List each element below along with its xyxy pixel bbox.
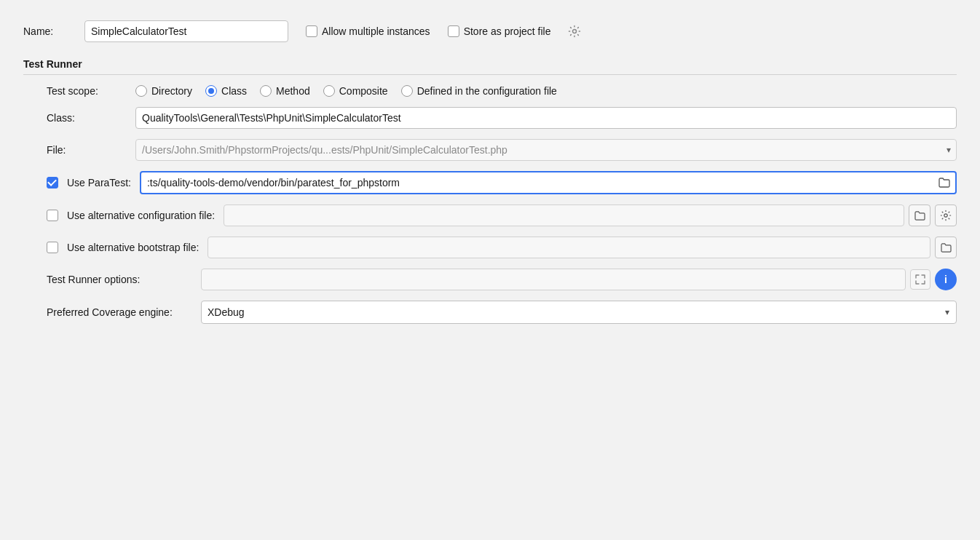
scope-config-file-radio[interactable] [401, 85, 413, 97]
scope-directory-option[interactable]: Directory [135, 85, 192, 97]
store-project-group: Store as project file [448, 25, 551, 37]
scope-class-label: Class [221, 85, 247, 97]
scope-class-radio[interactable] [205, 85, 217, 97]
test-runner-section: Test Runner Test scope: Directory Class … [23, 58, 957, 324]
coverage-engine-row: Preferred Coverage engine: XDebug PCOV N… [47, 301, 957, 324]
alt-config-input[interactable] [224, 205, 904, 226]
svg-point-1 [944, 214, 947, 217]
test-runner-options-row: Test Runner options: i [47, 269, 957, 290]
scope-config-file-label: Defined in the configuration file [417, 85, 557, 97]
paratest-folder-button[interactable] [935, 173, 954, 192]
file-field-wrap: ▾ [135, 139, 957, 161]
expand-button[interactable] [910, 269, 930, 290]
scope-directory-label: Directory [151, 85, 192, 97]
scope-composite-radio[interactable] [323, 85, 335, 97]
file-row: File: ▾ [47, 139, 957, 161]
file-label: File: [47, 144, 127, 156]
test-runner-heading: Test Runner [23, 58, 957, 75]
file-input[interactable] [135, 139, 957, 161]
scope-method-radio[interactable] [260, 85, 272, 97]
paratest-input-wrap [140, 171, 957, 194]
scope-method-label: Method [276, 85, 310, 97]
alt-config-row: Use alternative configuration file: [47, 205, 957, 226]
svg-point-0 [573, 30, 577, 33]
alt-bootstrap-label: Use alternative bootstrap file: [67, 242, 199, 253]
alt-config-checkbox[interactable] [47, 210, 58, 221]
coverage-select-wrap: XDebug PCOV None ▾ [201, 301, 957, 324]
class-row: Class: [47, 107, 957, 129]
allow-multiple-checkbox[interactable] [306, 25, 317, 37]
store-project-checkbox[interactable] [448, 25, 459, 37]
allow-multiple-label: Allow multiple instances [322, 25, 430, 37]
paratest-input[interactable] [141, 172, 935, 193]
paratest-row: Use ParaTest: [47, 171, 957, 194]
paratest-label: Use ParaTest: [67, 177, 131, 188]
scope-config-file-option[interactable]: Defined in the configuration file [401, 85, 557, 97]
alt-bootstrap-row: Use alternative bootstrap file: [47, 237, 957, 258]
name-input[interactable] [84, 20, 288, 42]
scope-composite-option[interactable]: Composite [323, 85, 388, 97]
test-runner-options-input-wrap: i [201, 269, 957, 290]
name-row: Name: Allow multiple instances Store as … [23, 20, 957, 42]
test-scope-row: Test scope: Directory Class Method Compo… [47, 85, 957, 97]
store-project-label: Store as project file [464, 25, 551, 37]
alt-bootstrap-folder-button[interactable] [935, 237, 957, 258]
scope-method-option[interactable]: Method [260, 85, 310, 97]
coverage-engine-label: Preferred Coverage engine: [47, 306, 192, 318]
paratest-checkbox[interactable] [47, 177, 58, 188]
name-label: Name: [23, 25, 67, 37]
alt-config-folder-button[interactable] [909, 205, 930, 226]
scope-composite-label: Composite [339, 85, 388, 97]
alt-config-label: Use alternative configuration file: [67, 210, 215, 221]
scope-class-option[interactable]: Class [205, 85, 247, 97]
test-runner-options-label: Test Runner options: [47, 274, 192, 285]
coverage-engine-select[interactable]: XDebug PCOV None [201, 301, 957, 324]
alt-config-gear-button[interactable] [935, 205, 957, 226]
class-label: Class: [47, 112, 127, 124]
alt-bootstrap-checkbox[interactable] [47, 242, 58, 253]
alt-bootstrap-input-wrap [208, 237, 957, 258]
alt-config-input-wrap [224, 205, 957, 226]
gear-icon[interactable] [568, 25, 581, 38]
scope-directory-radio[interactable] [135, 85, 147, 97]
test-runner-options-input[interactable] [201, 269, 906, 290]
allow-multiple-group: Allow multiple instances [306, 25, 430, 37]
test-scope-label: Test scope: [47, 85, 127, 97]
test-scope-radio-group: Directory Class Method Composite Defined… [135, 85, 557, 97]
class-input[interactable] [135, 107, 957, 129]
alt-bootstrap-input[interactable] [208, 237, 930, 258]
info-button[interactable]: i [935, 269, 957, 290]
